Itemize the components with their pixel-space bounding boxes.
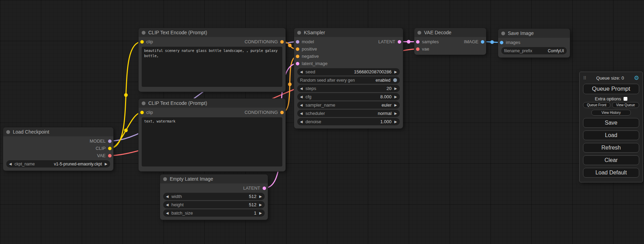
- clear-button[interactable]: Clear: [583, 155, 639, 165]
- prev-value-arrow-icon[interactable]: ◀: [300, 70, 303, 74]
- node-title-bar[interactable]: CLIP Text Encode (Prompt): [139, 28, 285, 37]
- clip-input-dot[interactable]: [140, 40, 144, 44]
- next-value-arrow-icon[interactable]: ▶: [259, 203, 262, 207]
- node-clip-text-encode-positive[interactable]: CLIP Text Encode (Prompt) clip CONDITION…: [139, 28, 285, 92]
- positive-input-dot[interactable]: [296, 47, 299, 51]
- ckpt-name-widget[interactable]: ◀ ckpt_name v1-5-pruned-emaonly.ckpt ▶: [6, 160, 110, 168]
- next-value-arrow-icon[interactable]: ▶: [394, 120, 397, 124]
- width-widget[interactable]: ◀ width 512 ▶: [163, 193, 265, 200]
- next-value-arrow-icon[interactable]: ▶: [394, 111, 397, 115]
- view-queue-button[interactable]: View Queue: [612, 102, 639, 108]
- widget-name: cfg: [306, 94, 311, 99]
- save-button[interactable]: Save: [583, 118, 639, 128]
- vae-output-dot[interactable]: [108, 154, 112, 157]
- toggle-on-indicator[interactable]: [393, 78, 397, 82]
- collapse-dot-icon[interactable]: [6, 130, 10, 134]
- queue-prompt-button[interactable]: Queue Prompt: [583, 84, 639, 94]
- queue-front-button[interactable]: Queue Front: [583, 102, 610, 108]
- settings-gear-icon[interactable]: ⚙: [634, 75, 639, 81]
- prompt-textarea[interactable]: beautiful scenery nature glass bottle la…: [142, 47, 282, 87]
- node-title-bar[interactable]: Load Checkpoint: [3, 127, 113, 136]
- collapse-dot-icon[interactable]: [417, 31, 421, 35]
- conditioning-output-dot[interactable]: [280, 111, 284, 114]
- image-output-dot[interactable]: [481, 40, 484, 44]
- clip-input-dot[interactable]: [140, 111, 144, 114]
- scheduler-widget[interactable]: ◀ scheduler normal ▶: [297, 110, 400, 117]
- node-empty-latent-image[interactable]: Empty Latent Image LATENT ◀ width 512 ▶ …: [160, 174, 268, 220]
- height-widget[interactable]: ◀ height 512 ▶: [163, 201, 265, 208]
- samples-input-dot[interactable]: [416, 40, 420, 44]
- collapse-dot-icon[interactable]: [163, 177, 167, 181]
- denoise-widget[interactable]: ◀ denoise 1.000 ▶: [297, 118, 400, 125]
- negative-input-dot[interactable]: [296, 55, 299, 58]
- next-value-arrow-icon[interactable]: ▶: [394, 103, 397, 107]
- input-slot-clip: clip: [140, 39, 153, 44]
- load-default-button[interactable]: Load Default: [583, 168, 639, 178]
- next-value-arrow-icon[interactable]: ▶: [394, 70, 397, 74]
- node-title: Load Checkpoint: [13, 129, 49, 135]
- prev-value-arrow-icon[interactable]: ◀: [300, 95, 303, 99]
- conditioning-output-dot[interactable]: [280, 40, 284, 44]
- widget-value: 512: [249, 202, 257, 207]
- prev-value-arrow-icon[interactable]: ◀: [300, 111, 303, 115]
- node-vae-decode[interactable]: VAE Decode samples IMAGE vae: [414, 28, 486, 55]
- slot-label: LATENT: [378, 39, 395, 44]
- node-title-bar[interactable]: Empty Latent Image: [160, 174, 268, 183]
- output-slot-model: MODEL: [3, 137, 113, 145]
- input-slot-vae: vae: [414, 45, 486, 53]
- images-input-dot[interactable]: [500, 41, 503, 44]
- refresh-button[interactable]: Refresh: [583, 143, 639, 153]
- node-title: CLIP Text Encode (Prompt): [148, 100, 207, 106]
- node-load-checkpoint[interactable]: Load Checkpoint MODEL CLIP VAE ◀ ckpt_na…: [3, 127, 113, 171]
- latent-image-input-dot[interactable]: [296, 62, 299, 65]
- model-input-dot[interactable]: [296, 40, 299, 44]
- next-value-arrow-icon[interactable]: ▶: [259, 195, 262, 198]
- model-output-dot[interactable]: [108, 139, 112, 143]
- prev-value-arrow-icon[interactable]: ◀: [166, 203, 169, 207]
- widget-value: ComfyUI: [548, 48, 564, 53]
- next-value-arrow-icon[interactable]: ▶: [105, 162, 107, 166]
- prev-value-arrow-icon[interactable]: ◀: [300, 120, 303, 124]
- batch-size-widget[interactable]: ◀ batch_size 1 ▶: [163, 209, 265, 217]
- prev-value-arrow-icon[interactable]: ◀: [300, 103, 303, 107]
- collapse-dot-icon[interactable]: [142, 31, 145, 35]
- node-title-bar[interactable]: KSampler: [294, 28, 403, 37]
- collapse-dot-icon[interactable]: [297, 31, 301, 35]
- node-clip-text-encode-negative[interactable]: CLIP Text Encode (Prompt) clip CONDITION…: [139, 99, 285, 171]
- collapse-dot-icon[interactable]: [501, 31, 505, 35]
- slot-label: samples: [422, 39, 439, 44]
- next-value-arrow-icon[interactable]: ▶: [394, 87, 397, 90]
- node-canvas[interactable]: Load Checkpoint MODEL CLIP VAE ◀ ckpt_na…: [0, 0, 644, 244]
- node-save-image[interactable]: Save Image images filename_prefix ComfyU…: [498, 29, 570, 57]
- next-value-arrow-icon[interactable]: ▶: [394, 95, 397, 99]
- prev-value-arrow-icon[interactable]: ◀: [166, 195, 169, 198]
- node-title-bar[interactable]: CLIP Text Encode (Prompt): [139, 99, 285, 108]
- view-history-button[interactable]: View History: [591, 110, 630, 116]
- next-value-arrow-icon[interactable]: ▶: [259, 211, 262, 215]
- extra-options-checkbox[interactable]: [624, 97, 627, 101]
- sampler-name-widget[interactable]: ◀ sampler_name euler ▶: [297, 101, 400, 109]
- cfg-widget[interactable]: ◀ cfg 8.000 ▶: [297, 93, 400, 100]
- node-title-bar[interactable]: Save Image: [498, 29, 570, 38]
- input-slot-positive: positive: [294, 45, 403, 53]
- widget-name: scheduler: [306, 111, 325, 116]
- widget-value: 20: [387, 86, 391, 91]
- collapse-dot-icon[interactable]: [142, 101, 145, 105]
- prev-value-arrow-icon[interactable]: ◀: [166, 211, 169, 215]
- vae-input-dot[interactable]: [416, 47, 420, 51]
- prev-value-arrow-icon[interactable]: ◀: [300, 87, 303, 90]
- latent-output-dot[interactable]: [398, 40, 401, 44]
- filename-prefix-widget[interactable]: filename_prefix ComfyUI: [501, 47, 567, 54]
- load-button[interactable]: Load: [583, 130, 639, 140]
- drag-handle-icon[interactable]: ⠿: [583, 75, 586, 81]
- latent-output-dot[interactable]: [263, 187, 266, 190]
- prompt-textarea[interactable]: text, watermark: [142, 117, 282, 166]
- prev-value-arrow-icon[interactable]: ◀: [9, 162, 12, 166]
- seed-widget[interactable]: ◀ seed 156680208700286 ▶: [297, 68, 400, 75]
- random-seed-toggle-widget[interactable]: Random seed after every gen enabled: [297, 76, 400, 84]
- widget-value: 1: [254, 210, 256, 216]
- steps-widget[interactable]: ◀ steps 20 ▶: [297, 85, 400, 92]
- node-ksampler[interactable]: KSampler model LATENT positive: [294, 28, 403, 128]
- node-title-bar[interactable]: VAE Decode: [414, 28, 486, 37]
- clip-output-dot[interactable]: [108, 147, 112, 150]
